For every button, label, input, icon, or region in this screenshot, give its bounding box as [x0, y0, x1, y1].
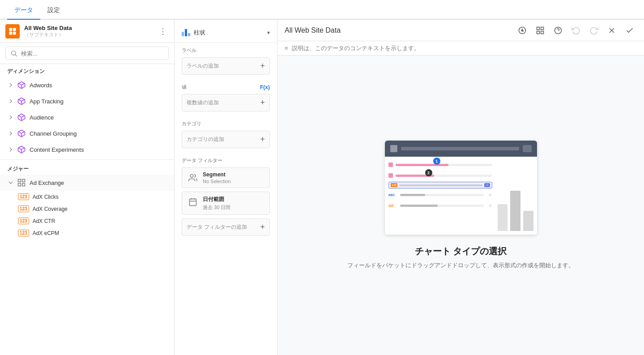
calendar-icon [187, 196, 199, 208]
filter-item-date-range[interactable]: 日付範囲 過去 30 日間 [182, 192, 270, 215]
chevron-right-icon [7, 81, 14, 89]
metric-item-adx-coverage[interactable]: 123 AdX Coverage [0, 203, 174, 215]
close-icon[interactable] [605, 23, 619, 38]
dimension-item-audience[interactable]: Audience [0, 109, 174, 125]
tab-data[interactable]: データ [7, 2, 40, 20]
svg-point-4 [12, 51, 16, 55]
segment-filter-value: No Selection [203, 179, 265, 184]
chart-type-label: 柱状 [194, 29, 267, 37]
add-filter-text: データ フィルターの追加 [187, 223, 260, 231]
chart-type-selector[interactable]: 柱状 ▾ [175, 25, 277, 43]
top-tab-bar: データ 設定 [0, 0, 644, 20]
dimension-item-adwords[interactable]: Adwords [0, 77, 174, 93]
badge-number-1: 1 [433, 158, 440, 165]
add-category-text: カテゴリの追加 [187, 136, 260, 143]
datasource-icon [5, 24, 20, 38]
menu-icon: ≡ [285, 45, 288, 51]
help-icon[interactable] [551, 23, 565, 38]
bar-right-1 [498, 204, 508, 231]
datasource-name: All Web Site Data [24, 25, 157, 31]
metric-badge-123: 123 [18, 193, 29, 200]
chart-left-panel: 123 + ABC + [388, 160, 496, 231]
major-item-ad-exchange[interactable]: Ad Exchange [0, 175, 174, 191]
redo-icon[interactable] [587, 23, 601, 38]
search-icon [10, 50, 17, 57]
metric-label-adx-ecpm: AdX eCPM [33, 230, 59, 236]
grid-icon[interactable] [533, 23, 547, 38]
svg-rect-25 [541, 31, 544, 34]
dimension-item-app-tracking[interactable]: App Tracking [0, 93, 174, 109]
svg-rect-0 [9, 28, 13, 31]
date-filter-name: 日付範囲 [203, 196, 265, 203]
metric-label-adx-clicks: AdX Clicks [33, 194, 59, 200]
search-input[interactable] [21, 50, 164, 57]
dimension-item-channel-grouping[interactable]: Channel Grouping [0, 125, 174, 141]
major-cube-icon [17, 178, 26, 187]
title-bar [277, 20, 644, 41]
row-bar-abc-fill-1 [400, 194, 425, 196]
dimensions-header: ディメンション [0, 64, 174, 77]
data-source-header: All Web Site Data （サブテキスト） ⋮ [0, 20, 174, 43]
chart-illustration: 123 + ABC + [385, 141, 537, 235]
add-category-plus-icon: + [260, 135, 265, 144]
dimension-label-content-experiments: Content Experiments [30, 146, 84, 153]
dimension-cube-icon [17, 81, 26, 90]
clock-icon[interactable] [515, 23, 529, 38]
chevron-right-icon [7, 130, 14, 137]
tab-settings[interactable]: 設定 [40, 2, 67, 20]
metric-label-adx-coverage: AdX Coverage [33, 206, 68, 212]
value-section-title: 値 F(x) [182, 84, 270, 90]
svg-rect-16 [190, 199, 196, 205]
undo-icon[interactable] [569, 23, 583, 38]
add-label-plus-icon: + [260, 61, 265, 71]
metric-item-adx-ecpm[interactable]: 123 AdX eCPM [0, 227, 174, 239]
left-panel: All Web Site Data （サブテキスト） ⋮ ディメンション Ad [0, 20, 175, 355]
svg-line-5 [15, 55, 17, 56]
chart-title-input[interactable] [285, 26, 515, 34]
chart-body: 123 + ABC + [385, 157, 537, 235]
row-bar-2 [396, 175, 492, 177]
row-bar-fill-1 [396, 164, 449, 166]
preview-panel: ≡ [277, 20, 644, 355]
bar-icon-2 [185, 29, 187, 36]
add-value-button[interactable]: 複数値の追加 + [182, 94, 270, 111]
metric-item-adx-ctr[interactable]: 123 AdX CTR [0, 215, 174, 227]
header-toggle [523, 145, 532, 152]
chart-type-icon [182, 29, 190, 36]
metric-item-adx-clicks[interactable]: 123 AdX Clicks [0, 191, 174, 203]
description-input[interactable] [292, 45, 637, 51]
majors-header: メジャー [0, 162, 174, 175]
preview-content: 123 + ABC + [277, 56, 644, 355]
search-bar [0, 43, 174, 64]
sidebar: All Web Site Data （サブテキスト） ⋮ ディメンション Ad [0, 20, 174, 355]
chart-preview-image: 123 + ABC + [385, 141, 537, 235]
description-bar: ≡ [277, 41, 644, 56]
filter-item-segment[interactable]: Segment No Selection [182, 167, 270, 188]
svg-rect-22 [537, 27, 540, 30]
svg-rect-11 [18, 180, 21, 182]
metric-badge-123: 123 [18, 218, 29, 224]
badge-123: 123 [391, 183, 398, 187]
add-category-button[interactable]: カテゴリの追加 + [182, 131, 270, 148]
svg-point-21 [521, 30, 523, 31]
fx-button[interactable]: F(x) [260, 84, 270, 90]
header-icon [390, 145, 397, 152]
chart-select-desc: フィールドをバケットにドラッグアンドドロップして、表示形式の作成を開始します。 [347, 261, 574, 270]
search-wrapper[interactable] [5, 47, 169, 60]
metric-badge-123: 123 [18, 205, 29, 212]
dimension-cube-icon [17, 97, 26, 106]
dimension-item-content-experiments[interactable]: Content Experiments [0, 141, 174, 158]
svg-rect-14 [22, 184, 25, 186]
add-filter-button[interactable]: データ フィルターの追加 + [182, 218, 270, 236]
chevron-right-icon [7, 114, 14, 121]
123-badge-row: 123 [388, 204, 396, 207]
add-filter-plus-icon: + [260, 222, 265, 232]
add-label-button[interactable]: ラベルの追加 + [182, 57, 270, 75]
chevron-right-icon [7, 146, 14, 153]
svg-rect-24 [537, 31, 540, 34]
row-bar-1 [396, 164, 492, 166]
chart-row-2 [388, 171, 492, 180]
header-title [401, 147, 519, 150]
check-icon[interactable] [623, 23, 637, 38]
datasource-menu-button[interactable]: ⋮ [157, 25, 169, 38]
